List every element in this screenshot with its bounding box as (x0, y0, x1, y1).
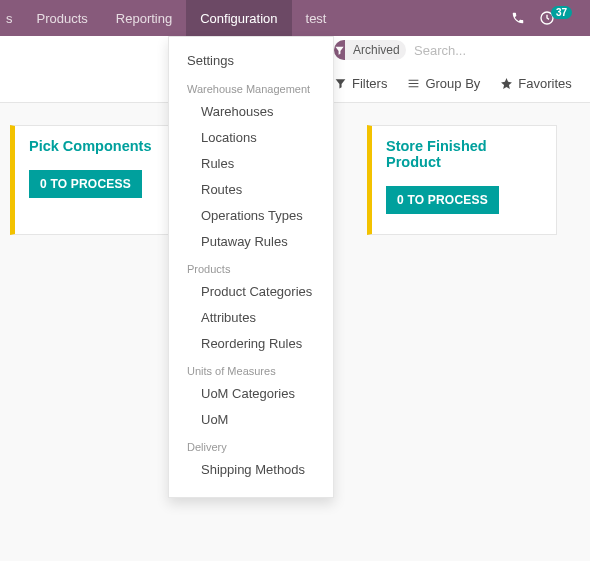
funnel-icon (334, 40, 345, 60)
dropdown-item-uom-categories[interactable]: UoM Categories (169, 381, 333, 407)
dropdown-label: Warehouses (201, 104, 274, 119)
dropdown-item-settings[interactable]: Settings (169, 47, 333, 75)
filters-button[interactable]: Filters (334, 76, 387, 91)
nav-item-reporting[interactable]: Reporting (102, 0, 186, 36)
dropdown-item-operations-types[interactable]: Operations Types (169, 203, 333, 229)
facet-label: Archived (345, 43, 406, 57)
star-icon (500, 77, 513, 90)
dropdown-item-reordering-rules[interactable]: Reordering Rules (169, 331, 333, 357)
dropdown-label: Attributes (201, 310, 256, 325)
dropdown-item-attributes[interactable]: Attributes (169, 305, 333, 331)
dropdown-item-warehouses[interactable]: Warehouses (169, 99, 333, 125)
dropdown-item-product-categories[interactable]: Product Categories (169, 279, 333, 305)
dropdown-item-locations[interactable]: Locations (169, 125, 333, 151)
dropdown-header-warehouse: Warehouse Management (169, 75, 333, 99)
card-title: Pick Components (29, 138, 185, 154)
configuration-dropdown: Settings Warehouse Management Warehouses… (168, 36, 334, 498)
dropdown-item-putaway-rules[interactable]: Putaway Rules (169, 229, 333, 255)
nav-item-products[interactable]: Products (23, 0, 102, 36)
kanban-card-store-finished[interactable]: Store Finished Product 0 TO PROCESS (367, 125, 557, 235)
button-label: 0 TO PROCESS (40, 177, 131, 191)
dropdown-label: Settings (187, 53, 234, 68)
dropdown-item-uom[interactable]: UoM (169, 407, 333, 433)
phone-icon[interactable] (511, 11, 525, 25)
dropdown-item-routes[interactable]: Routes (169, 177, 333, 203)
process-button[interactable]: 0 TO PROCESS (386, 186, 499, 214)
nav-item-truncated[interactable]: s (0, 0, 23, 36)
nav-label: Configuration (200, 11, 277, 26)
process-button[interactable]: 0 TO PROCESS (29, 170, 142, 198)
group-by-label: Group By (425, 76, 480, 91)
activity-wrapper[interactable]: 37 (539, 10, 576, 26)
nav-item-test[interactable]: test (292, 0, 341, 36)
nav-label: test (306, 11, 327, 26)
nav-label: Reporting (116, 11, 172, 26)
dropdown-label: Operations Types (201, 208, 303, 223)
nav-label: Products (37, 11, 88, 26)
search-facet-archived: Archived ✕ (334, 40, 406, 60)
nav-left: s Products Reporting Configuration test (0, 0, 340, 36)
activity-badge: 37 (551, 6, 572, 19)
top-navbar: s Products Reporting Configuration test … (0, 0, 590, 36)
group-by-button[interactable]: Group By (407, 76, 480, 91)
dropdown-label: Locations (201, 130, 257, 145)
dropdown-label: Product Categories (201, 284, 312, 299)
button-label: 0 TO PROCESS (397, 193, 488, 207)
dropdown-label: Rules (201, 156, 234, 171)
dropdown-label: Reordering Rules (201, 336, 302, 351)
favorites-label: Favorites (518, 76, 571, 91)
favorites-button[interactable]: Favorites (500, 76, 571, 91)
nav-right: 37 (511, 10, 590, 26)
dropdown-item-rules[interactable]: Rules (169, 151, 333, 177)
list-icon (407, 77, 420, 90)
dropdown-header-products: Products (169, 255, 333, 279)
nav-item-configuration[interactable]: Configuration (186, 0, 291, 36)
dropdown-header-uom: Units of Measures (169, 357, 333, 381)
dropdown-label: Routes (201, 182, 242, 197)
dropdown-label: Putaway Rules (201, 234, 288, 249)
dropdown-label: UoM (201, 412, 228, 427)
dropdown-label: Shipping Methods (201, 462, 305, 477)
dropdown-label: UoM Categories (201, 386, 295, 401)
dropdown-item-shipping-methods[interactable]: Shipping Methods (169, 457, 333, 483)
dropdown-header-delivery: Delivery (169, 433, 333, 457)
search-input[interactable] (406, 37, 590, 63)
filters-label: Filters (352, 76, 387, 91)
funnel-icon (334, 77, 347, 90)
nav-label: s (6, 11, 13, 26)
card-title: Store Finished Product (386, 138, 542, 170)
